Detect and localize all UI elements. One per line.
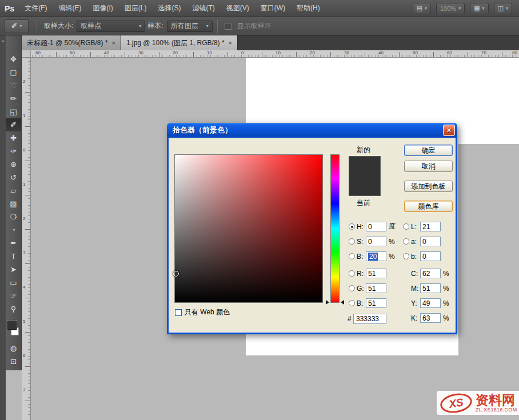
menu-edit[interactable]: 编辑(E): [53, 0, 87, 17]
move-tool[interactable]: ✥: [6, 53, 21, 66]
quick-mask-button[interactable]: ◍: [6, 342, 21, 355]
menu-filter[interactable]: 滤镜(T): [186, 0, 220, 17]
screen-mode-button[interactable]: ⊡: [6, 355, 21, 368]
ok-button[interactable]: 确定: [404, 145, 453, 156]
close-icon[interactable]: ×: [112, 39, 115, 46]
eraser-icon: ▱: [11, 186, 17, 195]
panel-collapse-strip[interactable]: »: [0, 35, 6, 420]
current-color-preview[interactable]: [349, 176, 380, 195]
sample-layers-dropdown[interactable]: 所有图层 ▾: [167, 21, 213, 32]
black-input[interactable]: 63: [420, 313, 441, 323]
path-selection-tool[interactable]: ➤: [6, 263, 21, 276]
saturation-input[interactable]: 0: [366, 237, 386, 246]
lasso-tool[interactable]: ➰: [6, 79, 21, 92]
app-logo: Ps: [5, 4, 14, 13]
yellow-input[interactable]: 49: [420, 298, 441, 308]
hand-tool[interactable]: ☞: [6, 289, 21, 302]
arrange-documents-button[interactable]: ▦ ▾: [470, 3, 488, 14]
dodge-icon: ◔: [11, 226, 16, 234]
hue-slider[interactable]: [330, 154, 340, 303]
clone-stamp-tool[interactable]: ⊛: [6, 158, 21, 171]
crop-tool[interactable]: ◱: [6, 105, 21, 118]
lab-a-radio[interactable]: [403, 238, 409, 245]
blue-radio[interactable]: [349, 300, 355, 306]
green-input[interactable]: 51: [366, 283, 386, 293]
launch-bridge-button[interactable]: ▤ ▾: [413, 3, 431, 14]
green-radio[interactable]: [349, 285, 355, 291]
color-libraries-button[interactable]: 颜色库: [404, 201, 453, 212]
move-icon: ✥: [10, 55, 17, 63]
brush-tool[interactable]: ✑: [6, 145, 21, 158]
lab-l-radio[interactable]: [403, 223, 409, 230]
menu-layer[interactable]: 图层(L): [119, 0, 153, 17]
menu-select[interactable]: 选择(S): [152, 0, 186, 17]
menu-view[interactable]: 视图(V): [221, 0, 255, 17]
vertical-ruler[interactable]: 2 1 0 1 2 3 4 5 6 7: [22, 58, 31, 420]
dialog-body: 新的 当前 确定 取消 添加到色板 颜色库 H: 0 度 S: 0 % B: 2…: [167, 138, 457, 334]
cancel-button[interactable]: 取消: [404, 161, 453, 172]
saturation-radio[interactable]: [349, 238, 355, 245]
menu-window[interactable]: 窗口(W): [255, 0, 291, 17]
zoom-tool[interactable]: ⚲: [6, 302, 21, 315]
gradient-tool[interactable]: ▨: [6, 197, 21, 210]
magenta-input[interactable]: 51: [420, 283, 441, 293]
hue-slider-handle[interactable]: [341, 300, 344, 305]
red-input[interactable]: 51: [366, 269, 386, 278]
blur-icon: ❍: [10, 213, 17, 221]
color-field-marker[interactable]: [173, 271, 179, 277]
web-colors-only-checkbox[interactable]: [175, 309, 182, 316]
eyedropper-icon: ✐: [10, 121, 17, 129]
history-brush-tool[interactable]: ↺: [6, 171, 21, 184]
sample-size-dropdown[interactable]: 取样点 ▾: [77, 21, 145, 32]
tab-1jpg[interactable]: 1.jpg @ 100% (图层 1, RGB/8) * ×: [121, 35, 238, 50]
red-label: R:: [357, 270, 366, 278]
eyedropper-tool[interactable]: ✐: [6, 118, 21, 131]
ruler-label: 60: [447, 50, 452, 55]
pen-tool[interactable]: ✒: [6, 237, 21, 250]
blue-input[interactable]: 51: [366, 298, 386, 308]
lab-l-input[interactable]: 21: [420, 222, 441, 231]
red-radio[interactable]: [349, 270, 355, 277]
dodge-tool[interactable]: ◔: [6, 223, 21, 237]
brightness-input[interactable]: 20: [366, 251, 386, 261]
lab-b-input[interactable]: 0: [420, 251, 441, 261]
show-sample-ring-checkbox[interactable]: [225, 23, 231, 30]
lab-b-radio[interactable]: [403, 253, 409, 259]
dialog-close-button[interactable]: ✕: [443, 125, 455, 136]
quick-selection-tool[interactable]: ✏: [6, 92, 21, 105]
blur-tool[interactable]: ❍: [6, 210, 21, 223]
rectangle-tool[interactable]: ▭: [6, 276, 21, 289]
horizontal-ruler[interactable]: 60 50 40 30 20 10 0 10 20 30 40 50 60 70…: [22, 50, 519, 58]
magenta-unit: %: [443, 285, 449, 293]
yellow-unit: %: [443, 299, 449, 307]
hue-radio[interactable]: [349, 223, 355, 230]
screen-mode-menu-button[interactable]: ◫ ▾: [494, 3, 512, 14]
healing-brush-tool[interactable]: ✚: [6, 131, 21, 145]
add-to-swatches-button[interactable]: 添加到色板: [404, 181, 453, 192]
cyan-input[interactable]: 62: [420, 269, 441, 278]
zoom-level-dropdown[interactable]: 100% ▾: [436, 3, 465, 14]
brightness-radio[interactable]: [349, 253, 355, 259]
hue-row: H: 0 度: [349, 222, 396, 231]
hue-input[interactable]: 0: [366, 222, 386, 231]
tool-preset-picker[interactable]: ✐ ▾: [5, 19, 29, 33]
lab-a-input[interactable]: 0: [420, 237, 441, 246]
tab-untitled-1[interactable]: 未标题-1 @ 50%(RGB/8) * ×: [22, 35, 121, 50]
eraser-tool[interactable]: ▱: [6, 184, 21, 197]
lab-l-label: L:: [411, 223, 420, 231]
type-tool[interactable]: T: [6, 250, 21, 263]
menu-file[interactable]: 文件(F): [19, 0, 53, 17]
color-swatches[interactable]: [6, 318, 21, 342]
blue-row: B: 51: [349, 298, 386, 308]
new-color-label: 新的: [357, 145, 370, 155]
foreground-color-swatch[interactable]: [7, 321, 17, 330]
hex-input[interactable]: 333333: [353, 314, 386, 324]
hue-slider-handle[interactable]: [326, 300, 329, 305]
marquee-tool[interactable]: ▢: [6, 66, 21, 79]
menu-image[interactable]: 图像(I): [87, 0, 118, 17]
saturation-brightness-field[interactable]: [174, 154, 323, 303]
menu-help[interactable]: 帮助(H): [291, 0, 326, 17]
close-icon[interactable]: ×: [229, 39, 232, 46]
dialog-titlebar[interactable]: 拾色器（前景色） ✕: [167, 123, 457, 138]
ruler-label: 10: [207, 50, 212, 55]
